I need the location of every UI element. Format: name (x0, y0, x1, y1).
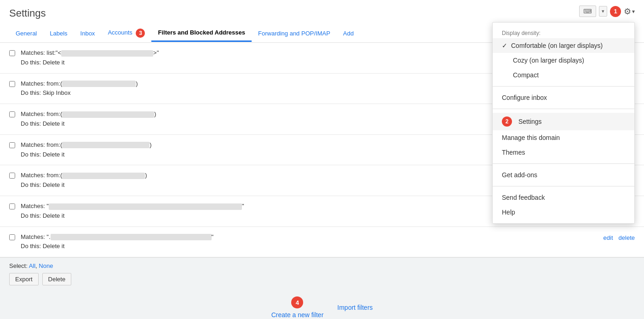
filter-checkbox-2[interactable] (9, 81, 15, 87)
bottom-bar: Select: All, None Export Delete (0, 257, 644, 290)
feedback-section: Send feedback Help (493, 186, 634, 223)
tab-accounts[interactable]: Accounts 3 (101, 24, 151, 42)
redacted-value (51, 234, 212, 240)
get-addons-item[interactable]: Get add-ons (493, 168, 634, 182)
gear-arrow-icon: ▾ (632, 8, 635, 15)
check-icon: ✓ (502, 42, 507, 49)
select-label: Select: (9, 262, 28, 269)
redacted-value (62, 81, 136, 87)
send-feedback-item[interactable]: Send feedback (493, 190, 634, 205)
redacted-value (61, 50, 153, 57)
tab-general[interactable]: General (9, 25, 43, 41)
header: Settings (0, 0, 644, 19)
gear-button[interactable]: ⚙ ▾ (624, 6, 635, 17)
select-row: Select: All, None (9, 262, 635, 269)
themes-item[interactable]: Themes (493, 145, 634, 160)
bottom-buttons: Export Delete (9, 273, 635, 285)
density-cozy[interactable]: Cozy (on larger displays) (493, 53, 634, 68)
keyboard-shortcut-button[interactable]: ⌨ (579, 6, 596, 17)
configure-inbox-item[interactable]: Configure inbox (493, 90, 634, 105)
filter-checkbox-6[interactable] (9, 203, 15, 209)
display-density-section: Display density: ✓ Comfortable (on large… (493, 23, 634, 87)
settings-item[interactable]: 2 Settings (493, 113, 634, 130)
filter-checkbox-5[interactable] (9, 173, 15, 179)
tab-inbox[interactable]: Inbox (74, 25, 102, 41)
accounts-badge: 3 (136, 29, 145, 38)
addons-section: Get add-ons (493, 164, 634, 186)
delete-filter-7[interactable]: delete (619, 234, 635, 241)
filter-do-7: Do this: Delete it (21, 242, 598, 251)
page-title: Settings (9, 7, 635, 19)
filter-checkbox-4[interactable] (9, 142, 15, 148)
import-filters-label: Import filters (337, 304, 373, 311)
user-badge[interactable]: 1 (610, 6, 621, 17)
export-button[interactable]: Export (9, 273, 39, 285)
density-comfortable[interactable]: ✓ Comfortable (on larger displays) (493, 38, 634, 53)
keyboard-icon: ⌨ (583, 8, 592, 15)
create-filter-badge: 4 (291, 296, 303, 308)
manage-domain-item[interactable]: Manage this domain (493, 130, 634, 145)
tab-labels[interactable]: Labels (43, 25, 74, 41)
gear-icon: ⚙ (624, 6, 631, 17)
dropdown-menu: Display density: ✓ Comfortable (on large… (492, 22, 635, 224)
configure-inbox-section: Configure inbox (493, 87, 634, 109)
tab-forwarding[interactable]: Forwarding and POP/IMAP (252, 25, 337, 41)
settings-page: Settings ⌨ ▾ 1 ⚙ ▾ General Labels Inbox … (0, 0, 644, 319)
settings-section: 2 Settings Manage this domain Themes (493, 109, 634, 164)
create-filter-label: Create a new filter (271, 311, 324, 319)
filter-row: Matches: ". " Do this: Delete it edit de… (0, 227, 644, 258)
filter-checkbox-1[interactable] (9, 50, 15, 56)
display-density-header: Display density: (493, 26, 634, 38)
redacted-value (62, 142, 150, 148)
filter-checkbox-3[interactable] (9, 111, 15, 117)
dropdown-arrow-button[interactable]: ▾ (599, 6, 607, 17)
tab-filters[interactable]: Filters and Blocked Addresses (151, 24, 252, 42)
redacted-value (62, 111, 154, 118)
filter-content-7: Matches: ". " Do this: Delete it (21, 232, 598, 252)
filter-checkbox-7[interactable] (9, 234, 15, 240)
settings-badge: 2 (502, 116, 512, 127)
footer-actions: 4 Create a new filter Import filters (0, 290, 644, 319)
filter-text-7: Matches: ". " (21, 232, 598, 242)
create-filter-link[interactable]: 4 Create a new filter (271, 296, 324, 319)
filter-actions-7: edit delete (604, 232, 635, 241)
top-controls: ⌨ ▾ 1 ⚙ ▾ (579, 6, 635, 17)
select-all-link[interactable]: All (29, 262, 35, 269)
import-filters-link[interactable]: Import filters (337, 304, 373, 311)
tab-add[interactable]: Add (337, 25, 360, 41)
redacted-value (62, 173, 145, 179)
edit-filter-7[interactable]: edit (604, 234, 613, 241)
redacted-value (49, 203, 242, 210)
density-compact[interactable]: Compact (493, 68, 634, 82)
delete-button[interactable]: Delete (42, 273, 72, 285)
select-none-link[interactable]: None (39, 262, 53, 269)
help-item[interactable]: Help (493, 205, 634, 220)
